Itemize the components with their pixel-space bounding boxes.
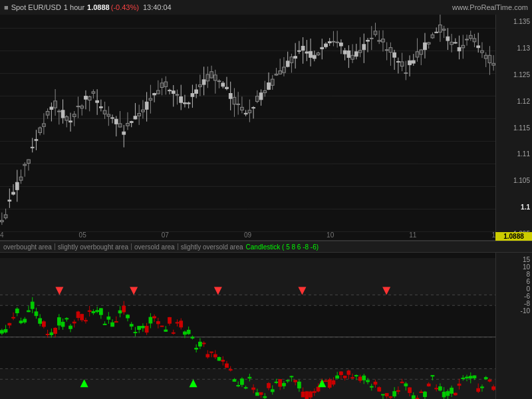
indicator-header: overbought area slightly overbought area… (0, 241, 532, 253)
price-level-1125: 1.125 (513, 71, 530, 78)
ind-level-15: 15 (523, 256, 530, 263)
candlestick-series-label: Candlestick ( 5 8 6 -8 -6) (246, 243, 319, 251)
ind-level-neg8: -8 (524, 300, 530, 307)
price-level-1110: 1.11 (517, 150, 530, 158)
price-level-1100: 1.1 (521, 203, 530, 211)
ind-level-6: 6 (526, 278, 530, 285)
time-label: 13:40:04 (143, 3, 172, 11)
indicator-container: overbought area slightly overbought area… (0, 241, 532, 399)
slightly-oversold-label: slightly oversold area (181, 243, 243, 251)
indicator-axis: 15 10 8 6 0 -6 -8 -10 -4.6053 (495, 253, 532, 399)
chart-container: 1.135 1.13 1.125 1.12 1.115 1.11 1.105 1… (0, 15, 532, 399)
ind-level-neg10: -10 (521, 307, 530, 315)
price-level-1120: 1.12 (517, 98, 530, 105)
ind-level-0: 0 (526, 285, 530, 293)
price-level-1105: 1.105 (513, 177, 530, 184)
symbol-label: Spot EUR/USD (11, 3, 61, 11)
ind-level-8: 8 (526, 271, 530, 278)
overbought-label: overbought area (3, 243, 52, 251)
change-label: (-0.43%) (111, 3, 139, 11)
price-axis: 1.135 1.13 1.125 1.12 1.115 1.11 1.105 1… (495, 15, 532, 241)
price-level-1135: 1.135 (513, 18, 530, 25)
price-chart (0, 15, 495, 241)
oversold-label: oversold area (134, 243, 175, 251)
ind-level-10: 10 (523, 263, 530, 271)
chart-header: ■ Spot EUR/USD 1 hour 1.0888 (-0.43%) 13… (0, 0, 532, 15)
slightly-overbought-label: slightly overbought area (58, 243, 128, 251)
timeframe-label: 1 hour (64, 3, 84, 11)
price-level-1130: 1.13 (517, 45, 530, 52)
price-label-header: 1.0888 (87, 3, 110, 11)
price-level-1115: 1.115 (513, 124, 530, 132)
ind-level-neg6: -6 (524, 293, 530, 300)
indicator-chart (0, 253, 495, 399)
current-price-label: 1.0888 (495, 232, 532, 241)
logo-label: www.ProRealTime.com (452, 3, 528, 11)
